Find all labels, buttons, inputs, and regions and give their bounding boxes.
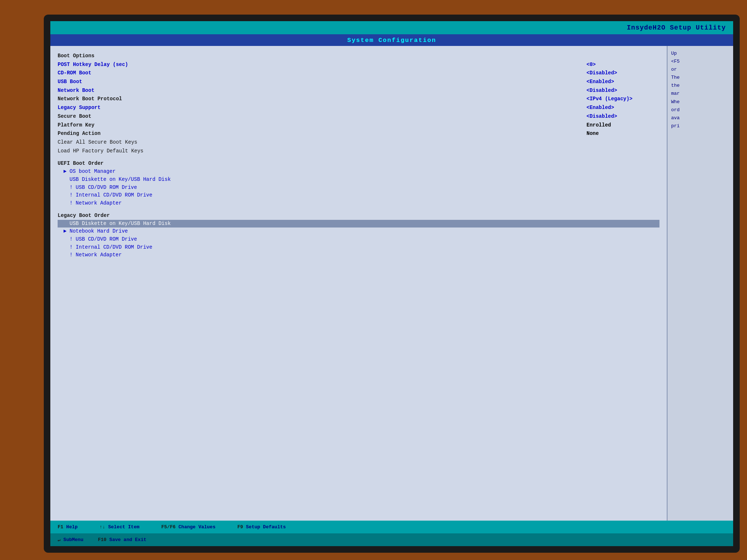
legacy-notebook-hdd[interactable]: ► Notebook Hard Drive xyxy=(58,228,659,236)
main-content: Boot Options POST Hotkey Delay (sec) <0>… xyxy=(50,46,733,521)
legacy-support-value: <Enabled> xyxy=(587,104,659,112)
top-bar: InsydeH2O Setup Utility xyxy=(50,21,733,34)
pending-action-label: Pending Action xyxy=(58,130,101,138)
platform-key-label: Platform Key xyxy=(58,121,94,129)
legacy-network-adapter[interactable]: ! Network Adapter xyxy=(58,251,659,259)
fn-f5f6-group: F5/F6 Change Values xyxy=(161,524,215,530)
right-panel: Up <F5 or The the mar Whe ord ava pri xyxy=(667,46,733,521)
menu-item-load-hp-factory[interactable]: Load HP Factory Default Keys xyxy=(58,147,659,156)
menu-item-legacy-support[interactable]: Legacy Support <Enabled> xyxy=(58,104,659,112)
legacy-internal-cddvd[interactable]: ! Internal CD/DVD ROM Drive xyxy=(58,244,659,252)
cdrom-boot-label: CD-ROM Boot xyxy=(58,69,91,77)
boot-options-section: Boot Options POST Hotkey Delay (sec) <0>… xyxy=(58,52,659,155)
fn-f10-group: F10 Save and Exit xyxy=(98,537,146,542)
menu-item-network-boot-protocol[interactable]: Network Boot Protocol <IPv4 (Legacy)> xyxy=(58,95,659,104)
uefi-usb-diskette[interactable]: USB Diskette on Key/USB Hard Disk xyxy=(58,176,659,184)
cdrom-boot-value: <Disabled> xyxy=(587,69,659,77)
fn-f1-group: F1 Help xyxy=(58,524,78,530)
fn-f9-group: F9 Setup Defaults xyxy=(237,524,286,530)
load-hp-factory-label: Load HP Factory Default Keys xyxy=(58,147,143,155)
screen: InsydeH2O Setup Utility System Configura… xyxy=(50,21,733,546)
post-hotkey-value: <0> xyxy=(587,61,659,69)
section-title: System Configuration xyxy=(347,37,436,44)
right-panel-text: Up <F5 or The the mar Whe ord ava pri xyxy=(671,50,729,130)
fn-submenu-desc: SubMenu xyxy=(63,537,84,542)
left-panel: Boot Options POST Hotkey Delay (sec) <0>… xyxy=(50,46,667,521)
fn-f5f6-key: F5/F6 xyxy=(161,524,175,530)
fn-submenu-group: ↵ SubMenu xyxy=(58,537,83,543)
uefi-usb-cddvd[interactable]: ! USB CD/DVD ROM Drive xyxy=(58,184,659,192)
fn-enter-key: ↵ xyxy=(58,537,61,543)
secure-boot-label: Secure Boot xyxy=(58,113,91,121)
uefi-network-adapter[interactable]: ! Network Adapter xyxy=(58,199,659,207)
network-boot-label: Network Boot xyxy=(58,87,94,95)
menu-item-clear-secure-boot[interactable]: Clear All Secure Boot Keys xyxy=(58,138,659,147)
legacy-support-label: Legacy Support xyxy=(58,104,101,112)
fn-f10-key: F10 xyxy=(98,537,106,542)
title-bar: System Configuration xyxy=(50,34,733,46)
platform-key-value: Enrolled xyxy=(587,121,659,129)
fn-select-key: ↑↓ xyxy=(100,524,105,530)
network-boot-protocol-label: Network Boot Protocol xyxy=(58,95,122,103)
laptop-bezel: InsydeH2O Setup Utility System Configura… xyxy=(44,15,740,553)
menu-item-boot-options[interactable]: Boot Options xyxy=(58,52,659,61)
fn-f10-desc: Save and Exit xyxy=(109,537,146,542)
pending-action-value: None xyxy=(587,130,659,138)
network-boot-protocol-value: <IPv4 (Legacy)> xyxy=(587,95,659,103)
fn-f9-desc: Setup Defaults xyxy=(246,524,286,530)
boot-options-label: Boot Options xyxy=(58,52,94,60)
fn-f1-key: F1 xyxy=(58,524,63,530)
menu-item-cdrom-boot[interactable]: CD-ROM Boot <Disabled> xyxy=(58,69,659,78)
menu-item-secure-boot[interactable]: Secure Boot <Disabled> xyxy=(58,112,659,121)
menu-item-pending-action[interactable]: Pending Action None xyxy=(58,129,659,138)
secure-boot-value: <Disabled> xyxy=(587,113,659,121)
uefi-boot-order-section: UEFI Boot Order ► OS boot Manager USB Di… xyxy=(58,160,659,207)
legacy-boot-order-section: Legacy Boot Order USB Diskette on Key/US… xyxy=(58,213,659,259)
clear-secure-boot-label: Clear All Secure Boot Keys xyxy=(58,139,137,147)
menu-item-network-boot[interactable]: Network Boot <Disabled> xyxy=(58,86,659,95)
bottom-bar: F1 Help ↑↓ Select Item F5/F6 Change Valu… xyxy=(50,521,733,546)
menu-item-platform-key[interactable]: Platform Key Enrolled xyxy=(58,121,659,130)
usb-boot-value: <Enabled> xyxy=(587,78,659,86)
menu-item-post-hotkey[interactable]: POST Hotkey Delay (sec) <0> xyxy=(58,61,659,69)
network-boot-value: <Disabled> xyxy=(587,87,659,95)
legacy-usb-cddvd[interactable]: ! USB CD/DVD ROM Drive xyxy=(58,236,659,244)
legacy-usb-diskette[interactable]: USB Diskette on Key/USB Hard Disk xyxy=(58,220,659,228)
fn-f5f6-desc: Change Values xyxy=(178,524,215,530)
menu-item-usb-boot[interactable]: USB Boot <Enabled> xyxy=(58,78,659,86)
post-hotkey-label: POST Hotkey Delay (sec) xyxy=(58,61,128,69)
app-title: InsydeH2O Setup Utility xyxy=(627,24,726,31)
uefi-boot-order-header: UEFI Boot Order xyxy=(58,160,659,166)
fn-select-group: ↑↓ Select Item xyxy=(100,524,139,530)
uefi-os-boot-manager[interactable]: ► OS boot Manager xyxy=(58,168,659,176)
bottom-bar-top: F1 Help ↑↓ Select Item F5/F6 Change Valu… xyxy=(50,521,733,533)
usb-boot-label: USB Boot xyxy=(58,78,82,86)
fn-f1-desc: Help xyxy=(66,524,78,530)
uefi-internal-cddvd[interactable]: ! Internal CD/DVD ROM Drive xyxy=(58,191,659,199)
fn-select-desc: Select Item xyxy=(108,524,139,530)
bottom-bar-bottom: ↵ SubMenu F10 Save and Exit xyxy=(50,533,733,546)
legacy-boot-order-header: Legacy Boot Order xyxy=(58,213,659,218)
fn-f9-key: F9 xyxy=(237,524,243,530)
